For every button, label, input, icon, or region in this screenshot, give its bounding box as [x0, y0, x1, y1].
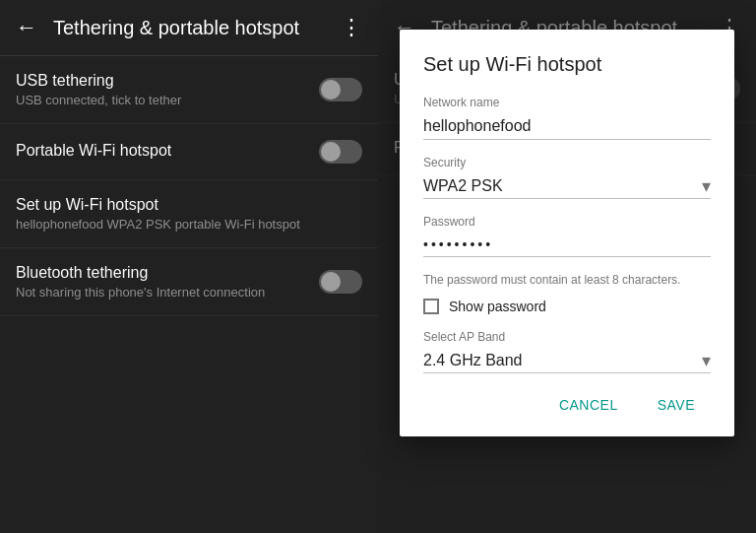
usb-tethering-item[interactable]: USB tethering USB connected, tick to tet…: [0, 56, 378, 124]
usb-tethering-title: USB tethering: [16, 72, 307, 90]
dialog-title: Set up Wi-Fi hotspot: [423, 53, 711, 76]
ap-band-group: Select AP Band 2.4 GHz Band 5 GHz Band ▾: [423, 330, 711, 373]
show-password-label: Show password: [449, 299, 546, 314]
ap-band-select[interactable]: 2.4 GHz Band 5 GHz Band: [423, 348, 711, 373]
network-name-input[interactable]: [423, 113, 711, 140]
setup-wifi-title: Set up Wi-Fi hotspot: [16, 196, 362, 214]
bluetooth-tethering-item[interactable]: Bluetooth tethering Not sharing this pho…: [0, 248, 378, 316]
save-button[interactable]: SAVE: [642, 389, 711, 421]
security-select-wrapper: WPA2 PSK WPA PSK Open ▾: [423, 173, 711, 199]
wifi-hotspot-toggle[interactable]: [319, 140, 362, 164]
page-title: Tethering & portable hotspot: [53, 17, 341, 39]
show-password-checkbox[interactable]: [423, 299, 439, 314]
back-icon[interactable]: ←: [16, 15, 37, 40]
security-select[interactable]: WPA2 PSK WPA PSK Open: [423, 173, 711, 199]
setup-wifi-dialog: Set up Wi-Fi hotspot Network name Securi…: [400, 30, 734, 436]
cancel-button[interactable]: CANCEL: [543, 389, 634, 421]
password-label: Password: [423, 215, 711, 229]
dialog-actions: CANCEL SAVE: [423, 389, 711, 421]
usb-tethering-subtitle: USB connected, tick to tether: [16, 93, 307, 107]
wifi-hotspot-title: Portable Wi-Fi hotspot: [16, 142, 307, 160]
setup-wifi-item[interactable]: Set up Wi-Fi hotspot hellophonefood WPA2…: [0, 180, 378, 248]
password-hint: The password must contain at least 8 cha…: [423, 273, 711, 287]
network-name-group: Network name: [423, 96, 711, 140]
left-header: ← Tethering & portable hotspot ⋮: [0, 0, 378, 55]
network-name-label: Network name: [423, 96, 711, 109]
dialog-overlay: Set up Wi-Fi hotspot Network name Securi…: [378, 0, 756, 533]
left-panel: ← Tethering & portable hotspot ⋮ USB tet…: [0, 0, 378, 533]
wifi-hotspot-item[interactable]: Portable Wi-Fi hotspot: [0, 124, 378, 180]
bluetooth-tethering-toggle[interactable]: [319, 270, 362, 294]
security-label: Security: [423, 156, 711, 169]
ap-band-select-wrapper: 2.4 GHz Band 5 GHz Band ▾: [423, 348, 711, 373]
ap-band-label: Select AP Band: [423, 330, 711, 344]
password-group: Password: [423, 215, 711, 257]
bluetooth-tethering-subtitle: Not sharing this phone's Internet connec…: [16, 285, 307, 300]
setup-wifi-subtitle: hellophonefood WPA2 PSK portable Wi-Fi h…: [16, 217, 362, 232]
password-input[interactable]: [423, 233, 711, 257]
right-panel: ← Tethering & portable hotspot ⋮ USB tet…: [378, 0, 756, 533]
usb-tethering-toggle[interactable]: [319, 78, 362, 101]
bluetooth-tethering-title: Bluetooth tethering: [16, 264, 307, 282]
security-group: Security WPA2 PSK WPA PSK Open ▾: [423, 156, 711, 199]
more-icon[interactable]: ⋮: [341, 15, 362, 40]
show-password-row[interactable]: Show password: [423, 299, 711, 314]
